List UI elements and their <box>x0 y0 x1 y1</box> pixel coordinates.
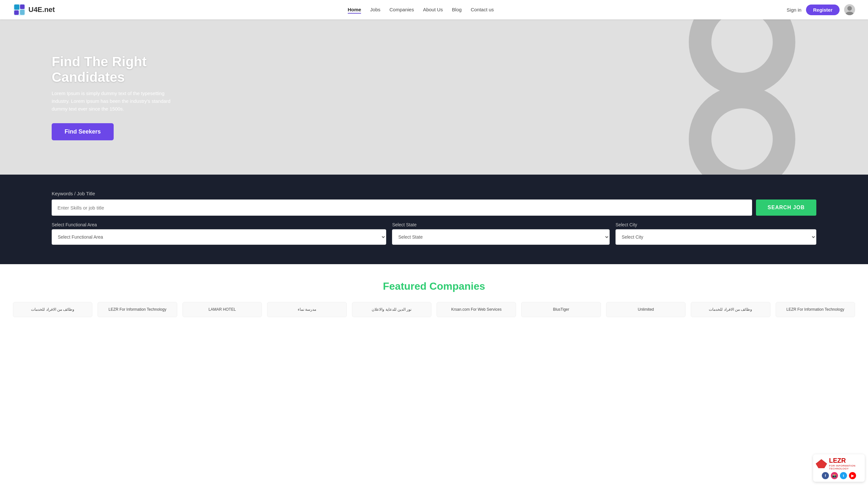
svg-point-7 <box>700 20 784 84</box>
company-card[interactable]: وظائف من الافراد للخدمات <box>691 302 770 317</box>
svg-point-6 <box>845 12 854 15</box>
logo-text: U4E.net <box>28 5 55 14</box>
search-job-button[interactable]: SEARCH JOB <box>756 199 816 216</box>
featured-heading-green: Companies <box>430 280 485 292</box>
svg-rect-3 <box>14 10 19 15</box>
nav-contact[interactable]: Contact us <box>471 7 494 12</box>
svg-rect-1 <box>14 4 20 10</box>
functional-area-label: Select Functional Area <box>52 222 386 227</box>
company-card[interactable]: BlusTiger <box>521 302 600 317</box>
logo[interactable]: U4E.net <box>13 3 55 16</box>
city-select[interactable]: Select City <box>616 229 816 245</box>
svg-rect-4 <box>20 10 25 15</box>
companies-strip: وظائف من الافراد للخدماتLEZR For Informa… <box>13 302 855 317</box>
svg-point-5 <box>847 6 852 11</box>
search-section: Keywords / Job Title SEARCH JOB Select F… <box>0 175 868 264</box>
avatar-icon <box>844 4 855 15</box>
hero-subtitle: Lorem Ipsum is simply dummy text of the … <box>52 90 181 113</box>
featured-section: Featured Companies وظائف من الافراد للخد… <box>0 264 868 324</box>
company-card[interactable]: وظائف من الافراد للخدمات <box>13 302 92 317</box>
city-label: Select City <box>616 222 816 227</box>
featured-heading: Featured Companies <box>13 280 855 292</box>
svg-rect-2 <box>20 4 25 9</box>
functional-area-select[interactable]: Select Functional Area <box>52 229 386 245</box>
state-select[interactable]: Select State <box>392 229 610 245</box>
nav-home[interactable]: Home <box>348 7 361 13</box>
company-card[interactable]: Krsan.com For Web Services <box>437 302 516 317</box>
hero-title: Find The Right Candidates <box>52 54 181 85</box>
company-card[interactable]: نور الدين للدعاية والاعلان <box>352 302 431 317</box>
state-group: Select State Select State <box>392 222 610 245</box>
nav-blog[interactable]: Blog <box>452 7 462 12</box>
nav-about[interactable]: About Us <box>423 7 443 12</box>
company-card[interactable]: LEZR For Information Technology <box>97 302 177 317</box>
signin-link[interactable]: Sign in <box>786 7 802 12</box>
company-card[interactable]: LAMAR HOTEL <box>182 302 262 317</box>
filter-row: Select Functional Area Select Functional… <box>52 222 816 245</box>
nav-jobs[interactable]: Jobs <box>370 7 380 12</box>
state-label: Select State <box>392 222 610 227</box>
find-seekers-button[interactable]: Find Seekers <box>52 123 114 140</box>
company-card[interactable]: LEZR For Information Technology <box>776 302 855 317</box>
company-card[interactable]: مدرسة نماء <box>267 302 346 317</box>
company-card[interactable]: Unlimited <box>606 302 686 317</box>
search-row: SEARCH JOB <box>52 199 816 216</box>
keywords-label: Keywords / Job Title <box>52 191 816 196</box>
hero-section: Find The Right Candidates Lorem Ipsum is… <box>0 20 868 175</box>
hero-background-rings <box>674 20 810 175</box>
search-input[interactable] <box>52 199 752 216</box>
hero-content: Find The Right Candidates Lorem Ipsum is… <box>0 54 181 140</box>
nav-links: Home Jobs Companies About Us Blog Contac… <box>348 7 494 12</box>
nav-companies[interactable]: Companies <box>390 7 414 12</box>
svg-point-8 <box>700 97 784 175</box>
city-group: Select City Select City <box>616 222 816 245</box>
avatar[interactable] <box>844 4 855 15</box>
navbar-right: Sign in Register <box>786 4 855 15</box>
register-button[interactable]: Register <box>806 4 840 15</box>
logo-icon <box>13 3 26 16</box>
navbar: U4E.net Home Jobs Companies About Us Blo… <box>0 0 868 20</box>
featured-heading-black: Featured <box>383 280 427 292</box>
functional-area-group: Select Functional Area Select Functional… <box>52 222 386 245</box>
